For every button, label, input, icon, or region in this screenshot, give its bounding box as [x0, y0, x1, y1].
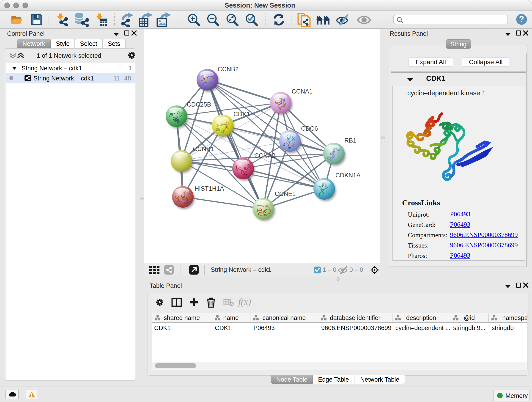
svg-text:CCNA2: CCNA2 [254, 152, 275, 159]
svg-text:CCNB1: CCNB1 [193, 146, 214, 153]
svg-text:CDC25B: CDC25B [187, 101, 211, 108]
svg-text:CDKN1A: CDKN1A [336, 172, 361, 179]
svg-text:CDC6: CDC6 [301, 125, 318, 132]
svg-text:RB1: RB1 [344, 137, 356, 144]
svg-text:HIST1H1A: HIST1H1A [195, 185, 224, 192]
svg-text:CCNB2: CCNB2 [218, 66, 239, 73]
svg-text:CCNA1: CCNA1 [292, 88, 313, 95]
svg-text:CCNE1: CCNE1 [275, 191, 296, 197]
svg-text:CDK1: CDK1 [234, 111, 250, 118]
